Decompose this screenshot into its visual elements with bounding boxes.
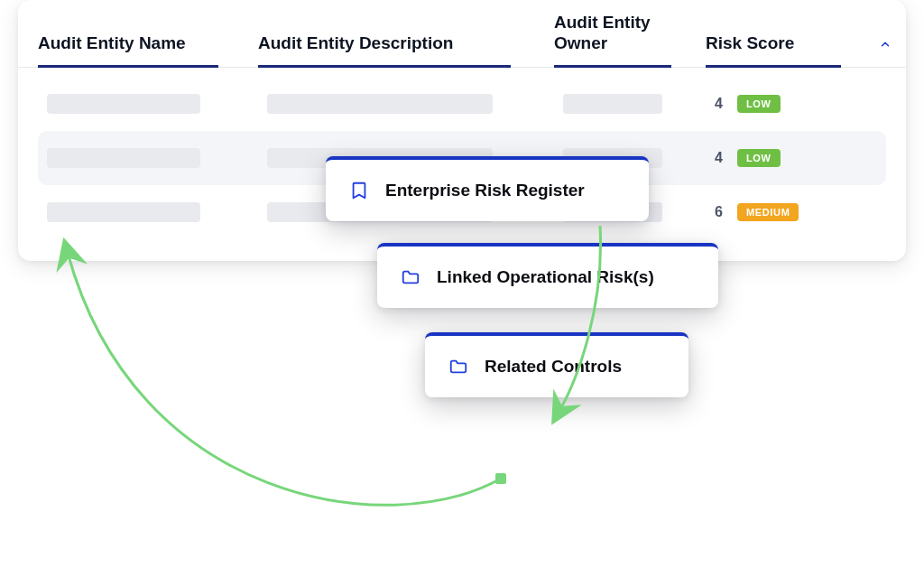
risk-score-value: 6 [715,204,723,220]
risk-score-badge: LOW [737,95,781,113]
audit-entity-table-card: Audit Entity Name Audit Entity Descripti… [18,0,906,261]
popover-related-controls[interactable]: Related Controls [425,332,688,397]
bookmark-icon [349,181,369,200]
cell-owner-placeholder [563,94,698,114]
col-header-risk-score[interactable]: Risk Score [706,33,859,67]
collapse-icon[interactable] [875,34,895,54]
cell-risk-score: 4 LOW [715,95,868,113]
risk-score-badge: LOW [737,149,781,167]
popover-label: Linked Operational Risk(s) [437,267,654,287]
folder-icon [401,267,420,287]
svg-rect-0 [495,473,506,484]
risk-score-badge: MEDIUM [737,203,799,221]
col-header-description[interactable]: Audit Entity Description [258,33,538,67]
table-row[interactable]: 4 LOW [38,77,886,131]
table-header-actions [875,29,906,67]
cell-risk-score: 6 MEDIUM [715,203,868,221]
table-header-row: Audit Entity Name Audit Entity Descripti… [18,0,906,68]
popover-linked-operational-risks[interactable]: Linked Operational Risk(s) [377,243,718,308]
popover-label: Related Controls [485,357,622,377]
popover-label: Enterprise Risk Register [385,181,585,200]
cell-risk-score: 4 LOW [715,149,868,167]
col-header-name[interactable]: Audit Entity Name [38,33,242,67]
cell-description-placeholder [267,94,547,114]
cell-name-placeholder [47,94,251,114]
cell-name-placeholder [47,148,251,168]
popover-enterprise-risk-register[interactable]: Enterprise Risk Register [326,156,649,221]
cell-name-placeholder [47,202,251,222]
folder-icon [448,357,468,377]
risk-score-value: 4 [715,96,723,112]
risk-score-value: 4 [715,150,723,166]
col-header-owner[interactable]: Audit Entity Owner [554,13,689,67]
